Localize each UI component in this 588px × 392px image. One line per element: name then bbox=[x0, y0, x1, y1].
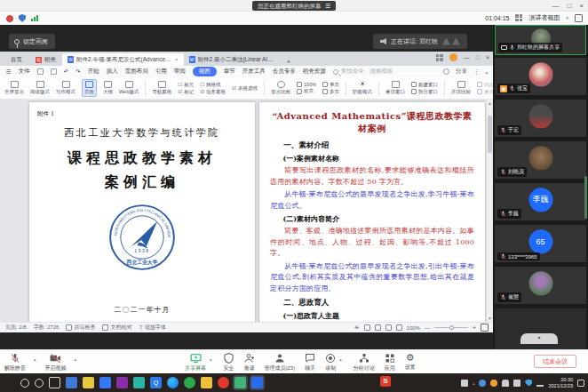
participant-tile-sharer[interactable]: 郑红映的屏幕共享 bbox=[495, 25, 586, 55]
zoom-slider-thumb[interactable] bbox=[449, 325, 454, 330]
maximize-button[interactable]: □ bbox=[567, 0, 571, 12]
manage-members-button[interactable]: 管理成员(23) bbox=[265, 353, 296, 372]
start-video-button[interactable]: 开启视频 bbox=[45, 353, 67, 372]
document-page-right[interactable]: “Advanced Mathematics”课程思政教学素材案例 一、素材介绍 … bbox=[259, 102, 485, 322]
breakout-rooms-button[interactable]: 分组讨论 bbox=[354, 353, 375, 372]
edge-browser-icon[interactable] bbox=[167, 377, 179, 388]
settings-button[interactable]: ⚙ 设置 bbox=[405, 353, 416, 372]
participant-tile[interactable]: 于宏 bbox=[495, 100, 586, 137]
end-meeting-button[interactable]: 结束会议 bbox=[534, 355, 576, 368]
ribbon-split-window[interactable]: 拆分窗口 bbox=[411, 89, 438, 95]
collapse-ribbon-icon[interactable]: ▴ bbox=[485, 69, 488, 75]
pin-screen-button[interactable]: 锁定画面 bbox=[9, 34, 55, 49]
zoom-in-icon[interactable]: + bbox=[473, 324, 476, 331]
document-page-left[interactable]: 附件 1 西北工业大学数学与统计学院 课程思政教学素材 案例汇编 NORTHWE… bbox=[29, 102, 255, 322]
wps-home-tab[interactable]: 首页 bbox=[4, 54, 29, 66]
wps-account-avatar[interactable] bbox=[449, 53, 457, 61]
wps-minimize-button[interactable]: — bbox=[464, 54, 470, 60]
ribbon-write-mode-button[interactable]: 写作模式 bbox=[56, 81, 75, 95]
ribbon-nav-pane-button[interactable]: 导航窗格 bbox=[152, 81, 171, 95]
sidebar-scrollbar[interactable] bbox=[584, 176, 587, 219]
new-tab-button[interactable]: + bbox=[282, 58, 297, 66]
cloud-sync-icon[interactable] bbox=[443, 68, 449, 75]
apps-button[interactable]: 应用 bbox=[385, 353, 395, 372]
doc-tab-inactive[interactable]: W 附件2.最小二乘法(Linear Algebra) bbox=[184, 53, 282, 66]
print-icon[interactable] bbox=[51, 68, 57, 75]
mic-tray-icon[interactable] bbox=[502, 380, 509, 387]
ribbon-multi-page[interactable]: 多页 bbox=[322, 89, 339, 95]
check-gridlines[interactable]: ☐网格线 bbox=[200, 82, 226, 88]
chat-button[interactable]: 聊天 bbox=[305, 353, 315, 372]
save-icon[interactable] bbox=[37, 68, 44, 75]
ribbon-arrange-windows-button[interactable]: 重排窗口 bbox=[385, 81, 405, 95]
ribbon-page-view-button[interactable]: 页面 bbox=[82, 79, 97, 97]
zoom-out-icon[interactable]: — bbox=[425, 325, 430, 331]
search-icon[interactable] bbox=[20, 379, 29, 388]
security-shield-tray-icon[interactable] bbox=[525, 380, 532, 387]
s-app-badge-icon[interactable]: S bbox=[380, 376, 391, 387]
menu-member[interactable]: 会员专享 bbox=[273, 68, 296, 76]
task-view-icon[interactable] bbox=[49, 377, 60, 388]
check-ruler[interactable]: ☐标尺 bbox=[178, 82, 194, 88]
view-mode-caret-icon[interactable]: ▾ bbox=[566, 15, 568, 20]
ribbon-one-page[interactable]: 单页 bbox=[322, 82, 339, 88]
orange-tray-icon[interactable] bbox=[490, 380, 497, 387]
menu-view-active[interactable]: 视图 bbox=[193, 67, 217, 76]
menu-start[interactable]: 开始 bbox=[88, 68, 99, 76]
status-edit-icon[interactable] bbox=[396, 324, 402, 331]
netease-music-icon[interactable] bbox=[218, 377, 229, 388]
start-button-icon[interactable] bbox=[4, 377, 15, 388]
ribbon-zoom-button[interactable]: 显示比例 bbox=[271, 81, 290, 95]
participant-tile[interactable]: 65 133****3965 bbox=[495, 225, 586, 262]
cortana-icon[interactable] bbox=[35, 379, 44, 388]
record-button[interactable]: 录制 bbox=[325, 353, 336, 372]
record-options-caret[interactable]: ▴ bbox=[339, 356, 342, 362]
ribbon-eye-protect-button[interactable]: ☀护眼模式 bbox=[353, 81, 372, 95]
tab-close-icon[interactable]: × bbox=[175, 57, 179, 62]
check-table-gridlines[interactable]: ☑表格虚线 bbox=[232, 85, 258, 92]
network-signal-icon[interactable] bbox=[31, 15, 38, 21]
hamburger-icon[interactable]: ☰ bbox=[6, 68, 12, 76]
participant-tile[interactable]: 刘晓茂 bbox=[495, 141, 586, 179]
wps-close-button[interactable]: × bbox=[486, 54, 489, 60]
zoom-slider[interactable] bbox=[434, 327, 468, 328]
eye-mode-icon[interactable]: ☀ bbox=[354, 324, 359, 332]
document-scrollbar[interactable]: ▲ ▼ bbox=[486, 100, 492, 322]
banner-menu-icon[interactable]: ☰ bbox=[326, 1, 331, 11]
share-options-caret[interactable]: ▴ bbox=[210, 356, 212, 362]
ribbon-read-layout-button[interactable]: 阅读版式 bbox=[30, 81, 50, 95]
invite-button[interactable]: 邀请 bbox=[244, 353, 255, 372]
purple-app-icon[interactable] bbox=[116, 377, 128, 388]
scrollbar-thumb[interactable] bbox=[488, 116, 492, 153]
undo-icon[interactable]: ↶ bbox=[64, 68, 68, 76]
quark-browser-icon[interactable]: Q bbox=[150, 377, 162, 388]
status-fullscreen-icon[interactable] bbox=[481, 324, 489, 332]
status-read-icon[interactable] bbox=[385, 324, 392, 331]
command-search-box[interactable]: 查找命令、搜索模板 bbox=[333, 68, 393, 76]
wechat-icon[interactable] bbox=[234, 377, 246, 388]
taskbar-clock[interactable]: 20:30 2021/12/23 bbox=[548, 377, 573, 389]
ribbon-fullscreen-button[interactable]: 全屏显示 bbox=[4, 81, 24, 95]
status-outline-icon[interactable] bbox=[375, 324, 381, 331]
menu-page-layout[interactable]: 页面布局 bbox=[125, 68, 148, 76]
participant-tile[interactable]: 李巍 李巍 bbox=[495, 183, 586, 220]
watching-banner[interactable]: 您正在观看郑红映的屏幕 ☰ bbox=[252, 1, 336, 11]
mic-options-caret[interactable]: ▴ bbox=[34, 356, 36, 362]
ribbon-zoom-100[interactable]: 100% bbox=[297, 82, 316, 87]
cloud-app-icon[interactable] bbox=[133, 377, 145, 388]
zoom-level[interactable]: 100% bbox=[407, 325, 420, 331]
status-page-view-icon[interactable] bbox=[364, 324, 370, 331]
font-tool-button[interactable]: T缩放字体 bbox=[139, 324, 165, 332]
participant-tile[interactable]: 崔慧 bbox=[495, 267, 586, 304]
screen-record-tray-icon[interactable] bbox=[461, 380, 468, 387]
close-button[interactable]: × bbox=[579, 0, 584, 12]
network-tray-icon[interactable] bbox=[536, 380, 544, 387]
calculator-icon[interactable] bbox=[66, 377, 77, 388]
menu-docer-resources[interactable]: 稻壳资源 bbox=[303, 68, 326, 76]
more-icon[interactable]: ⋮ bbox=[473, 68, 480, 76]
ribbon-side-by-side-button[interactable]: 并排比较 bbox=[451, 81, 471, 95]
document-canvas[interactable]: 附件 1 西北工业大学数学与统计学院 课程思政教学素材 案例汇编 NORTHWE… bbox=[0, 100, 493, 322]
wps-maximize-button[interactable]: □ bbox=[476, 54, 480, 60]
tray-expand-icon[interactable]: ▴ bbox=[473, 380, 475, 386]
minimize-button[interactable]: — bbox=[552, 0, 559, 12]
